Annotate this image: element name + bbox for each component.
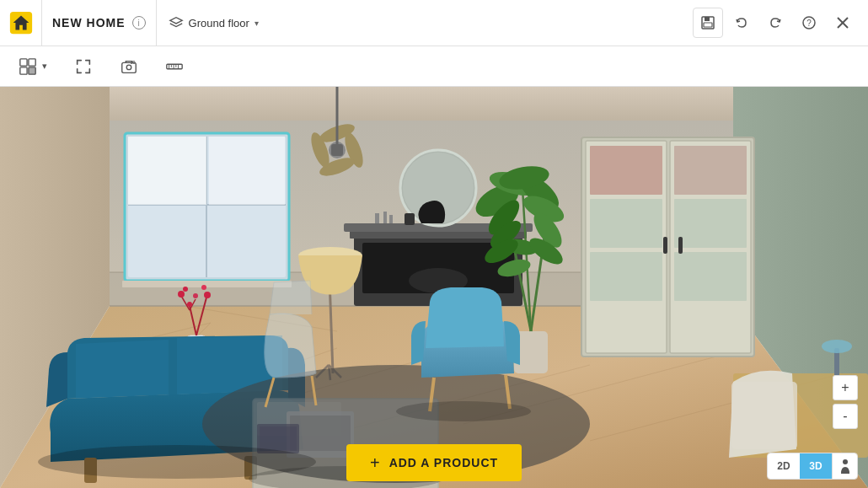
chevron-down-icon: ▾ xyxy=(255,19,259,28)
app-title-section: NEW HOME i xyxy=(42,0,157,46)
svg-rect-59 xyxy=(383,212,387,223)
view-grid-icon xyxy=(19,57,37,76)
svg-point-96 xyxy=(187,302,192,307)
svg-rect-10 xyxy=(20,67,27,73)
mode-panel: 2D 3D xyxy=(767,453,858,480)
svg-rect-58 xyxy=(375,213,379,223)
floor-selector[interactable]: Ground floor ▾ xyxy=(157,0,271,46)
secondary-toolbar: ▾ 3D xyxy=(0,46,868,87)
zoom-in-button[interactable]: + xyxy=(833,375,858,400)
help-icon: ? xyxy=(801,15,817,30)
main-toolbar: NEW HOME i Ground floor ▾ xyxy=(0,0,868,46)
camera-3d-icon: 3D xyxy=(120,57,138,76)
svg-point-95 xyxy=(201,285,206,290)
svg-rect-8 xyxy=(20,58,27,65)
camera-tool[interactable]: 3D xyxy=(115,54,143,79)
svg-rect-121 xyxy=(590,146,662,195)
bottom-bar: + ADD A PRODUCT xyxy=(0,437,868,488)
svg-rect-118 xyxy=(674,252,747,301)
house-icon xyxy=(8,10,34,35)
svg-rect-44 xyxy=(128,137,206,205)
toolbar-right-actions: ? xyxy=(693,8,868,38)
svg-rect-2 xyxy=(705,17,710,21)
app-logo xyxy=(0,0,42,46)
svg-point-92 xyxy=(183,287,188,292)
fullscreen-tool[interactable] xyxy=(69,54,98,79)
undo-button[interactable] xyxy=(726,8,757,38)
floor-icon xyxy=(169,15,184,30)
svg-point-125 xyxy=(822,340,852,353)
svg-rect-114 xyxy=(590,199,662,248)
add-product-button[interactable]: + ADD A PRODUCT xyxy=(346,444,522,481)
svg-rect-63 xyxy=(405,213,415,225)
svg-rect-115 xyxy=(590,252,662,301)
redo-icon xyxy=(768,15,783,30)
3d-scene[interactable] xyxy=(0,87,868,488)
svg-text:3D: 3D xyxy=(131,61,137,65)
svg-rect-120 xyxy=(678,237,683,254)
mode-2d-button[interactable]: 2D xyxy=(768,453,800,479)
plus-icon: + xyxy=(370,453,381,473)
view-grid-label: ▾ xyxy=(42,61,47,72)
svg-point-93 xyxy=(193,293,198,298)
svg-rect-117 xyxy=(674,199,747,248)
svg-rect-51 xyxy=(331,144,343,156)
add-product-label: ADD A PRODUCT xyxy=(389,456,498,469)
svg-point-129 xyxy=(396,401,531,421)
mode-3d-button[interactable]: 3D xyxy=(800,453,832,479)
svg-rect-45 xyxy=(209,137,285,205)
svg-point-130 xyxy=(843,459,848,464)
close-button[interactable] xyxy=(828,8,858,38)
save-icon xyxy=(700,15,715,30)
save-button[interactable] xyxy=(693,8,723,38)
svg-point-13 xyxy=(126,65,131,70)
svg-rect-3 xyxy=(704,23,712,27)
help-button[interactable]: ? xyxy=(794,8,824,38)
mode-person-button[interactable] xyxy=(832,453,857,479)
measure-tool[interactable] xyxy=(160,54,189,79)
undo-icon xyxy=(734,15,749,30)
svg-rect-9 xyxy=(29,58,35,65)
svg-rect-43 xyxy=(122,281,292,287)
app-title: NEW HOME xyxy=(52,16,126,29)
svg-point-91 xyxy=(178,291,185,298)
zoom-out-button[interactable]: - xyxy=(833,404,858,429)
svg-rect-122 xyxy=(674,146,747,195)
svg-point-94 xyxy=(204,292,211,298)
fullscreen-icon xyxy=(74,57,93,76)
close-icon xyxy=(836,16,849,29)
zoom-panel: + - xyxy=(833,375,858,429)
svg-rect-11 xyxy=(29,67,35,73)
view-toggle-tool[interactable]: ▾ xyxy=(13,54,52,79)
person-icon xyxy=(839,459,851,474)
ruler-icon xyxy=(165,57,184,76)
scene-svg xyxy=(0,87,868,488)
info-icon[interactable]: i xyxy=(132,16,146,29)
svg-rect-60 xyxy=(389,215,393,223)
layers-icon xyxy=(169,15,184,30)
svg-text:?: ? xyxy=(806,19,812,28)
redo-button[interactable] xyxy=(760,8,790,38)
floor-label: Ground floor xyxy=(189,17,249,29)
svg-rect-119 xyxy=(663,237,667,254)
